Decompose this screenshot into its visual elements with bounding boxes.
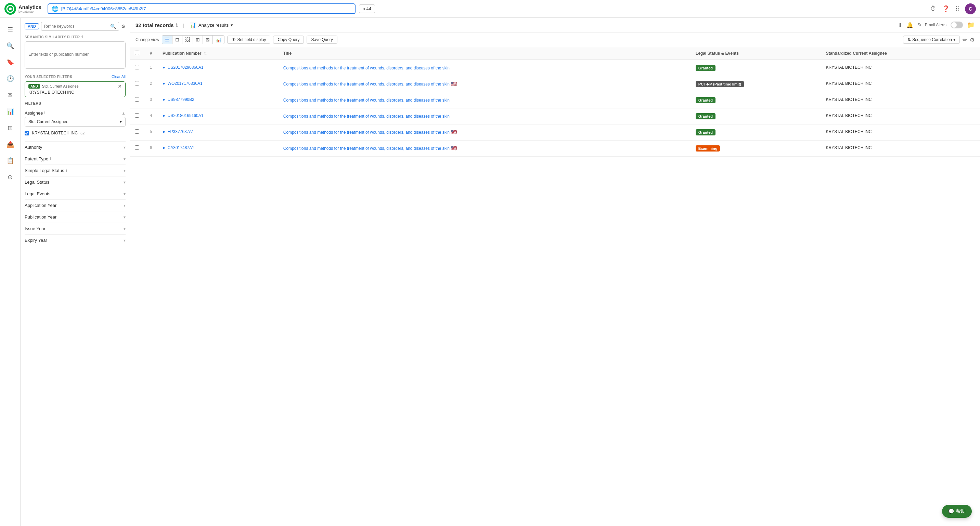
title-link[interactable]: Compositions and methods for the treatme… xyxy=(283,82,450,87)
semantic-info-icon: ℹ xyxy=(81,35,83,39)
sidebar-menu-btn[interactable]: ☰ xyxy=(3,22,18,37)
filter-item-issue-year[interactable]: Issue Year ▾ xyxy=(25,223,126,235)
assignee-count: 32 xyxy=(80,131,84,135)
top-search-bar[interactable]: 🌐 xyxy=(48,3,356,14)
sidebar-mail-btn[interactable]: ✉ xyxy=(3,87,18,103)
download-btn[interactable]: ⬇ xyxy=(898,22,902,29)
sidebar-search-btn[interactable]: 🔍 xyxy=(3,38,18,53)
icon-sidebar: ☰ 🔍 🔖 🕐 ✉ 📊 ⊞ 📤 📋 ⊙ xyxy=(0,18,21,526)
row-checkbox[interactable] xyxy=(135,81,139,86)
assignee-info-icon: ℹ xyxy=(44,111,46,115)
assignee-checkbox-row: KRYSTAL BIOTECH INC 32 xyxy=(25,129,84,137)
table-row: 5 ● EP3377637A1 Compositions and methods… xyxy=(130,124,980,141)
filter-tag-close-btn[interactable]: ✕ xyxy=(118,84,122,89)
view-compare-btn[interactable]: ⊠ xyxy=(203,36,213,44)
search-input[interactable] xyxy=(61,6,352,11)
title-link[interactable]: Compositions and methods for the treatme… xyxy=(283,146,450,151)
and-badge: AND xyxy=(25,23,39,29)
issue-year-chevron-icon: ▾ xyxy=(124,226,126,231)
help-icon-btn[interactable]: ❓ xyxy=(942,5,950,13)
keyword-input-wrap[interactable]: 🔍 xyxy=(41,22,119,31)
pub-number-sort-icon[interactable]: ⇅ xyxy=(204,52,207,56)
view-list-btn[interactable]: ☰ xyxy=(162,36,172,44)
filter-item-legal-events[interactable]: Legal Events ▾ xyxy=(25,188,126,200)
row-checkbox[interactable] xyxy=(135,145,139,150)
authority-chevron-icon: ▾ xyxy=(124,145,126,150)
filter-item-application-year[interactable]: Application Year ▾ xyxy=(25,200,126,211)
view-image-btn[interactable]: 🖼 xyxy=(182,36,193,44)
table-row: 3 ● US9877990B2 Compositions and methods… xyxy=(130,92,980,108)
save-to-folder-icon[interactable]: 📁 xyxy=(967,21,975,29)
sidebar-upload-btn[interactable]: 📤 xyxy=(3,137,18,152)
apps-icon-btn[interactable]: ⠿ xyxy=(955,5,959,13)
sidebar-bookmark-btn[interactable]: 🔖 xyxy=(3,55,18,70)
settings-icon[interactable]: ⚙ xyxy=(970,37,975,43)
assignee-name: KRYSTAL BIOTECH INC xyxy=(826,97,872,102)
table-header-row: # Publication Number ⇅ Title Legal Statu… xyxy=(130,47,980,60)
copy-query-btn[interactable]: Copy Query xyxy=(273,36,304,44)
sidebar-list-btn[interactable]: 📋 xyxy=(3,153,18,168)
timer-icon-btn[interactable]: ⏱ xyxy=(931,5,937,12)
title-link[interactable]: Compositions and methods for the treatme… xyxy=(283,66,450,70)
keyword-search-btn[interactable]: 🔍 xyxy=(110,24,116,29)
sidebar-grid-btn[interactable]: ⊞ xyxy=(3,121,18,135)
row-checkbox-cell xyxy=(130,60,144,76)
view-grid-btn[interactable]: ⊞ xyxy=(193,36,203,44)
set-field-display-btn[interactable]: 👁 Set field display xyxy=(227,36,270,44)
pub-number-link[interactable]: US20180169160A1 xyxy=(168,113,204,118)
email-alerts-icon-btn[interactable]: 🔔 xyxy=(907,22,913,29)
assignee-checkbox[interactable] xyxy=(25,131,29,135)
pub-number-link[interactable]: US20170290866A1 xyxy=(168,65,204,70)
pub-number-link[interactable]: WO2017176336A1 xyxy=(168,81,202,86)
keyword-input[interactable] xyxy=(44,24,108,29)
sequence-correlation-btn[interactable]: ⇅ Sequence Correlation ▾ xyxy=(903,36,960,44)
title-link[interactable]: Compositions and methods for the treatme… xyxy=(283,98,450,103)
filter-options-btn[interactable]: ⚙ xyxy=(121,24,126,29)
filter-item-legal-status[interactable]: Legal Status ▾ xyxy=(25,176,126,188)
filter-tag-type: Std. Current Assignee xyxy=(42,84,118,88)
row-legal-status: Granted xyxy=(691,108,821,124)
filter-item-simple-legal[interactable]: Simple Legal Status ℹ ▾ xyxy=(25,165,126,176)
pub-number-link[interactable]: EP3377637A1 xyxy=(168,129,194,134)
filter-item-patent-type[interactable]: Patent Type ℹ ▾ xyxy=(25,153,126,165)
semantic-input[interactable] xyxy=(25,41,126,69)
sidebar-chart-btn[interactable]: 📊 xyxy=(3,104,18,119)
view-compact-btn[interactable]: ⊟ xyxy=(172,36,182,44)
patent-type-chevron-icon: ▾ xyxy=(124,157,126,161)
row-checkbox[interactable] xyxy=(135,113,139,118)
row-checkbox[interactable] xyxy=(135,129,139,134)
patent-type-info-icon: ℹ xyxy=(49,157,51,161)
analyze-results-btn[interactable]: 📊 Analyze results ▾ xyxy=(189,22,233,29)
row-checkbox[interactable] xyxy=(135,97,139,102)
filter-item-publication-year[interactable]: Publication Year ▾ xyxy=(25,211,126,223)
title-link[interactable]: Compositions and methods for the treatme… xyxy=(283,130,450,135)
sidebar-clock-btn[interactable]: 🕐 xyxy=(3,71,18,86)
email-alerts-toggle[interactable] xyxy=(951,22,963,29)
view-chart-btn[interactable]: 📊 xyxy=(213,36,224,44)
clear-all-btn[interactable]: Clear All xyxy=(111,75,126,79)
row-checkbox[interactable] xyxy=(135,65,139,70)
help-fab-btn[interactable]: 💬 帮助 xyxy=(942,505,972,518)
filter-item-assignee[interactable]: Assignee ℹ ▲ Std. Current Assignee ▾ KRY… xyxy=(25,107,126,141)
assignee-dropdown[interactable]: Std. Current Assignee ▾ xyxy=(25,117,126,127)
user-avatar[interactable]: C xyxy=(965,3,976,14)
filter-legal-events-label: Legal Events xyxy=(25,191,50,196)
results-header: 32 total records ℹ | 📊 Analyze results ▾… xyxy=(130,18,980,32)
pub-number-link[interactable]: US9877990B2 xyxy=(168,97,194,102)
row-num: 1 xyxy=(144,60,158,76)
row-legal-status: PCT-NP (Past time limit) xyxy=(691,76,821,92)
filter-authority-label: Authority xyxy=(25,145,42,150)
select-all-checkbox[interactable] xyxy=(135,51,139,55)
keyword-row: AND 🔍 ⚙ xyxy=(25,22,126,31)
filter-panel: AND 🔍 ⚙ SEMANTIC SIMILARITY FILTER ℹ YOU… xyxy=(21,18,130,526)
table-row: 1 ● US20170290866A1 Compositions and met… xyxy=(130,60,980,76)
save-query-btn[interactable]: Save Query xyxy=(307,36,337,44)
expiry-year-chevron-icon: ▾ xyxy=(124,238,126,243)
pub-number-link[interactable]: CA3017487A1 xyxy=(168,145,194,150)
logo-sub-text: by patsnap xyxy=(19,10,41,13)
filter-item-expiry-year[interactable]: Expiry Year ▾ xyxy=(25,235,126,246)
filter-item-authority[interactable]: Authority ▾ xyxy=(25,141,126,153)
sidebar-circle-btn[interactable]: ⊙ xyxy=(3,170,18,185)
title-link[interactable]: Compositions and methods for the treatme… xyxy=(283,114,450,119)
edit-icon[interactable]: ✏ xyxy=(963,37,967,43)
